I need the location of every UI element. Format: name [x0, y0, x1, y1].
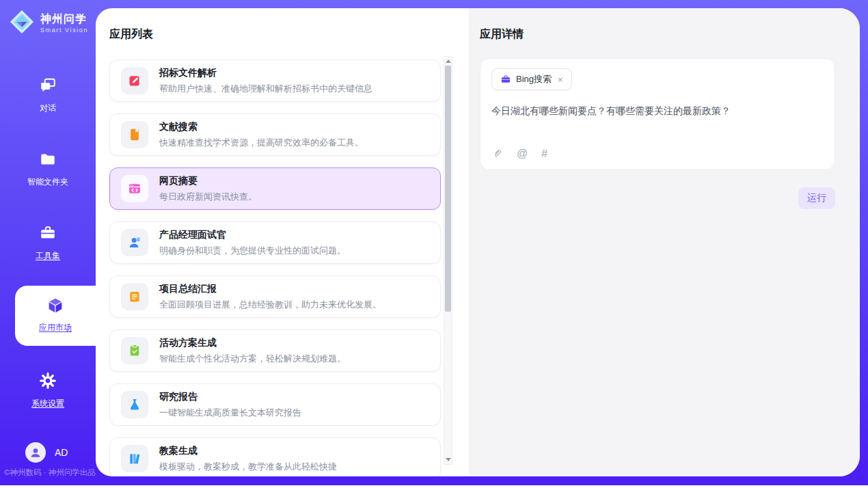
cube-icon: [15, 296, 96, 318]
run-button[interactable]: 运行: [798, 187, 835, 209]
chat-icon: [0, 77, 96, 97]
paperclip-icon[interactable]: [491, 148, 503, 159]
app-detail-panel: 应用详情 Bing搜索 × 今日湖北有哪些新闻要点？有哪些需要关注的最新政策？: [469, 8, 860, 476]
brand-name: 神州问学: [40, 13, 88, 25]
prompt-card: Bing搜索 × 今日湖北有哪些新闻要点？有哪些需要关注的最新政策？ @ #: [480, 58, 835, 170]
app-title: 网页摘要: [159, 175, 257, 187]
mention-icon[interactable]: @: [517, 148, 528, 159]
run-row: 运行: [480, 187, 835, 209]
hashtag-icon[interactable]: #: [541, 148, 547, 159]
toolbox-icon: [0, 224, 96, 245]
brand-tagline: Smart Vision: [40, 27, 88, 33]
query-text[interactable]: 今日湖北有哪些新闻要点？有哪些需要关注的最新政策？: [491, 105, 824, 118]
app-detail-title: 应用详情: [480, 27, 835, 42]
sidebar-item-app-market[interactable]: 应用市场: [15, 286, 96, 346]
app-title: 教案生成: [159, 445, 337, 457]
app-card-web-summary[interactable]: 网页摘要 每日政府新闻资讯快查。: [109, 167, 441, 210]
sidebar-item-chat[interactable]: 对话: [0, 77, 96, 114]
app-title: 活动方案生成: [159, 337, 346, 349]
briefcase-icon: [500, 74, 511, 85]
app-card-lesson-plan[interactable]: 教案生成 模板驱动，教案秒成，教学准备从此轻松快捷: [109, 437, 441, 476]
activity-plan-icon: [121, 337, 148, 364]
sidebar-item-settings[interactable]: 系统设置: [0, 372, 96, 409]
pm-interviewer-icon: [121, 229, 148, 256]
app-desc: 明确身份和职责，为您提供专业性的面试问题。: [159, 245, 346, 257]
literature-search-icon: [121, 121, 148, 148]
app-title: 产品经理面试官: [159, 229, 346, 241]
app-title: 招标文件解析: [159, 67, 372, 79]
sidebar-label-app-market: 应用市场: [15, 322, 96, 334]
app-desc: 一键智能生成高质量长文本研究报告: [159, 407, 301, 419]
scroll-up-icon[interactable]: [446, 59, 451, 63]
folder-icon: [0, 150, 96, 171]
sidebar-label-toolset: 工具集: [0, 250, 96, 262]
scrollbar-thumb[interactable]: [445, 66, 451, 312]
app-card-bid-analysis[interactable]: 招标文件解析 帮助用户快速、准确地理解和解析招标书中的关键信息: [109, 59, 441, 102]
brand-diamond-icon: [9, 9, 35, 38]
app-desc: 模板驱动，教案秒成，教学准备从此轻松快捷: [159, 461, 337, 473]
bid-analysis-icon: [121, 67, 148, 94]
gear-icon: [0, 372, 96, 392]
tool-chip-label: Bing搜索: [516, 73, 552, 85]
sidebar-item-smart-folder[interactable]: 智能文件夹: [0, 150, 96, 188]
research-report-icon: [121, 391, 148, 418]
sidebar-label-chat: 对话: [0, 103, 96, 114]
scroll-down-icon[interactable]: [446, 458, 451, 461]
app-list-title: 应用列表: [109, 27, 469, 42]
app-desc: 每日政府新闻资讯快查。: [159, 191, 257, 203]
app-desc: 快速精准查找学术资源，提高研究效率的必备工具。: [159, 137, 364, 149]
app-title: 项目总结汇报: [159, 283, 381, 295]
tool-chip-bing-search[interactable]: Bing搜索 ×: [491, 68, 572, 90]
app-title: 研究报告: [159, 391, 301, 403]
sidebar: 神州问学 Smart Vision 对话 智能文件夹 工具集: [0, 0, 96, 485]
web-summary-icon: [121, 175, 148, 202]
app-desc: 智能生成个性化活动方案，轻松解决规划难题。: [159, 353, 346, 365]
user-name: AD: [55, 447, 68, 458]
app-card-pm-interviewer[interactable]: 产品经理面试官 明确身份和职责，为您提供专业性的面试问题。: [109, 221, 441, 264]
app-card-activity-plan[interactable]: 活动方案生成 智能生成个性化活动方案，轻松解决规划难题。: [109, 329, 441, 372]
sidebar-label-smart-folder: 智能文件夹: [0, 176, 96, 188]
app-logo: 神州问学 Smart Vision: [9, 9, 88, 38]
app-list-panel: 应用列表 招标文件解析 帮助用户快速、准确地理解和解析招标书中的关键信息: [96, 8, 469, 476]
sidebar-label-settings: 系统设置: [0, 398, 96, 409]
user-account[interactable]: AD: [25, 442, 68, 463]
main-content: 应用列表 招标文件解析 帮助用户快速、准确地理解和解析招标书中的关键信息: [96, 8, 860, 476]
app-title: 文献搜索: [159, 121, 364, 133]
app-card-research-report[interactable]: 研究报告 一键智能生成高质量长文本研究报告: [109, 383, 441, 426]
project-summary-icon: [121, 283, 148, 310]
app-card-project-summary[interactable]: 项目总结汇报 全面回顾项目进展，总结经验教训，助力未来优化发展。: [109, 275, 441, 318]
app-desc: 帮助用户快速、准确地理解和解析招标书中的关键信息: [159, 83, 372, 95]
attachment-toolbar: @ #: [491, 148, 824, 159]
avatar: [25, 442, 46, 463]
chip-close-icon[interactable]: ×: [558, 74, 563, 85]
app-list-scrollbar[interactable]: [444, 56, 452, 465]
lesson-plan-icon: [121, 445, 148, 472]
bottom-edge-strip: [0, 485, 868, 488]
app-card-literature-search[interactable]: 文献搜索 快速精准查找学术资源，提高研究效率的必备工具。: [109, 113, 441, 156]
sidebar-item-toolset[interactable]: 工具集: [0, 224, 96, 262]
app-desc: 全面回顾项目进展，总结经验教训，助力未来优化发展。: [159, 299, 381, 311]
